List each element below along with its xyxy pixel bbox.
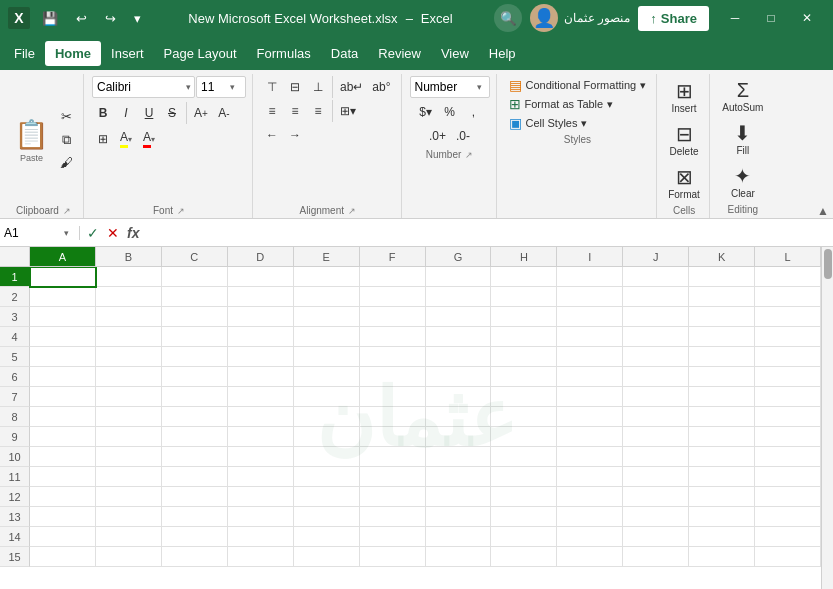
cell-J2[interactable] <box>623 287 689 307</box>
align-left-button[interactable]: ≡ <box>261 100 283 122</box>
align-right-button[interactable]: ≡ <box>307 100 329 122</box>
redo-button[interactable]: ↪ <box>99 7 122 30</box>
cell-A2[interactable] <box>30 287 96 307</box>
col-header-d[interactable]: D <box>228 247 294 266</box>
cell-D6[interactable] <box>228 367 294 387</box>
cell-I1[interactable] <box>557 267 623 287</box>
cell-H13[interactable] <box>491 507 557 527</box>
cell-J1[interactable] <box>623 267 689 287</box>
cell-C11[interactable] <box>162 467 228 487</box>
cell-F10[interactable] <box>360 447 426 467</box>
menu-file[interactable]: File <box>4 41 45 66</box>
fill-color-arrow[interactable]: ▾ <box>128 135 132 144</box>
cell-J5[interactable] <box>623 347 689 367</box>
cell-C14[interactable] <box>162 527 228 547</box>
cell-I4[interactable] <box>557 327 623 347</box>
cell-B7[interactable] <box>96 387 162 407</box>
row-header-10[interactable]: 10 <box>0 447 30 467</box>
cell-L7[interactable] <box>755 387 821 407</box>
cell-G10[interactable] <box>426 447 492 467</box>
cell-I7[interactable] <box>557 387 623 407</box>
cell-A8[interactable] <box>30 407 96 427</box>
cell-L3[interactable] <box>755 307 821 327</box>
cell-A14[interactable] <box>30 527 96 547</box>
cell-J11[interactable] <box>623 467 689 487</box>
cell-E14[interactable] <box>294 527 360 547</box>
col-header-a[interactable]: A <box>30 247 96 266</box>
cell-E6[interactable] <box>294 367 360 387</box>
cell-F6[interactable] <box>360 367 426 387</box>
font-expand-icon[interactable]: ↗ <box>177 206 185 216</box>
cell-F8[interactable] <box>360 407 426 427</box>
cell-H10[interactable] <box>491 447 557 467</box>
col-header-f[interactable]: F <box>360 247 426 266</box>
cell-D14[interactable] <box>228 527 294 547</box>
cell-D1[interactable] <box>228 267 294 287</box>
fill-button[interactable]: ⬇ Fill <box>727 118 759 159</box>
font-name-input[interactable] <box>93 80 183 94</box>
cell-K13[interactable] <box>689 507 755 527</box>
copy-button[interactable]: ⧉ <box>55 129 77 151</box>
formula-confirm-button[interactable]: ✓ <box>84 223 102 243</box>
cell-C2[interactable] <box>162 287 228 307</box>
cell-K10[interactable] <box>689 447 755 467</box>
cell-H2[interactable] <box>491 287 557 307</box>
customize-quick-access[interactable]: ▾ <box>128 7 147 30</box>
font-name-selector[interactable]: ▾ <box>92 76 195 98</box>
font-size-input[interactable] <box>197 80 227 94</box>
col-header-h[interactable]: H <box>491 247 557 266</box>
cell-G14[interactable] <box>426 527 492 547</box>
cell-F14[interactable] <box>360 527 426 547</box>
orientation-button[interactable]: ab° <box>368 76 394 98</box>
cell-K5[interactable] <box>689 347 755 367</box>
cell-G5[interactable] <box>426 347 492 367</box>
close-button[interactable]: ✕ <box>789 0 825 36</box>
font-size-dropdown-arrow[interactable]: ▾ <box>227 82 238 92</box>
col-header-b[interactable]: B <box>96 247 162 266</box>
undo-button[interactable]: ↩ <box>70 7 93 30</box>
align-middle-button[interactable]: ⊟ <box>284 76 306 98</box>
menu-help[interactable]: Help <box>479 41 526 66</box>
row-header-15[interactable]: 15 <box>0 547 30 567</box>
menu-formulas[interactable]: Formulas <box>247 41 321 66</box>
align-bottom-button[interactable]: ⊥ <box>307 76 329 98</box>
cell-K9[interactable] <box>689 427 755 447</box>
cell-D8[interactable] <box>228 407 294 427</box>
cell-B13[interactable] <box>96 507 162 527</box>
cell-A12[interactable] <box>30 487 96 507</box>
decrease-decimal-button[interactable]: .0- <box>452 125 474 147</box>
row-header-13[interactable]: 13 <box>0 507 30 527</box>
cell-E12[interactable] <box>294 487 360 507</box>
decrease-font-button[interactable]: A- <box>213 102 235 124</box>
cell-I6[interactable] <box>557 367 623 387</box>
cell-I8[interactable] <box>557 407 623 427</box>
cell-I3[interactable] <box>557 307 623 327</box>
cell-K8[interactable] <box>689 407 755 427</box>
col-header-i[interactable]: I <box>557 247 623 266</box>
cell-L14[interactable] <box>755 527 821 547</box>
delete-cells-button[interactable]: ⊟ Delete <box>667 119 702 160</box>
cell-F1[interactable] <box>360 267 426 287</box>
cell-C4[interactable] <box>162 327 228 347</box>
cell-I14[interactable] <box>557 527 623 547</box>
cell-I10[interactable] <box>557 447 623 467</box>
cell-A3[interactable] <box>30 307 96 327</box>
cell-H1[interactable] <box>491 267 557 287</box>
cell-A10[interactable] <box>30 447 96 467</box>
cell-B9[interactable] <box>96 427 162 447</box>
cell-K3[interactable] <box>689 307 755 327</box>
cell-C5[interactable] <box>162 347 228 367</box>
cell-K14[interactable] <box>689 527 755 547</box>
cell-C6[interactable] <box>162 367 228 387</box>
comma-button[interactable]: , <box>463 101 485 123</box>
cell-J14[interactable] <box>623 527 689 547</box>
format-painter-button[interactable]: 🖌 <box>55 152 77 174</box>
cell-G2[interactable] <box>426 287 492 307</box>
ribbon-collapse-button[interactable]: ▲ <box>817 204 829 218</box>
cell-J9[interactable] <box>623 427 689 447</box>
cell-J12[interactable] <box>623 487 689 507</box>
cell-F13[interactable] <box>360 507 426 527</box>
cell-K2[interactable] <box>689 287 755 307</box>
cell-G12[interactable] <box>426 487 492 507</box>
cell-H12[interactable] <box>491 487 557 507</box>
